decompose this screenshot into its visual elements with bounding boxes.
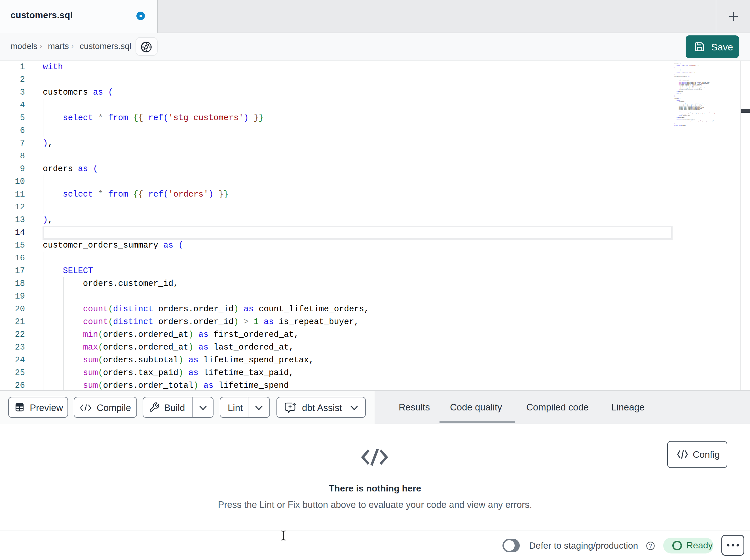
svg-text:?: ?	[649, 543, 652, 549]
